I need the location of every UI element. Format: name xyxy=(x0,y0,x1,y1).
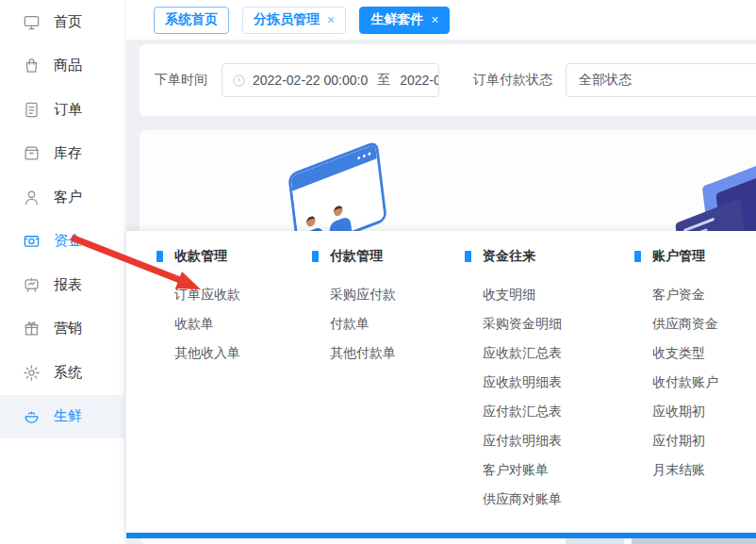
sidebar-item-6[interactable]: 资金 xyxy=(0,220,124,264)
date-range-separator: 至 xyxy=(377,72,390,89)
menu-column-title: 账户管理 xyxy=(652,248,705,265)
sidebar-item-2[interactable]: 商品 xyxy=(0,44,124,89)
sidebar-item-label: 资金 xyxy=(54,232,82,250)
covered-table-header xyxy=(566,538,624,544)
menu-column-2: 付款管理采购应付款付款单其他付款单 xyxy=(312,248,396,368)
menu-item[interactable]: 采购应付款 xyxy=(330,280,396,309)
home-icon xyxy=(23,13,41,31)
menu-item[interactable]: 收支明细 xyxy=(483,280,562,309)
menu-item[interactable]: 应付款明细表 xyxy=(483,426,562,455)
funds-mega-menu: 收款管理订单应收款收款单其他收入单付款管理采购应付款付款单其他付款单资金往来收支… xyxy=(126,231,756,533)
tab-2[interactable]: 分拣员管理× xyxy=(242,7,346,34)
blue-marker-icon xyxy=(312,251,319,262)
app-window: 首页商品订单库存客户资金报表营销系统生鲜 系统首页分拣员管理×生鲜套件× 下单时… xyxy=(0,0,756,544)
menu-item[interactable]: 应收款汇总表 xyxy=(483,338,562,368)
sidebar-item-label: 营销 xyxy=(54,320,82,338)
menu-item[interactable]: 供应商对账单 xyxy=(483,485,562,514)
menu-item[interactable]: 应收款明细表 xyxy=(483,368,562,397)
menu-item[interactable]: 其他收入单 xyxy=(174,338,240,368)
menu-column-4: 账户管理客户资金供应商资金收支类型收付款账户应收期初应付期初月末结账 xyxy=(634,248,718,485)
filter-card: 下单时间 2022-02-22 00:00:0 至 2022-02-22 16:… xyxy=(140,44,756,116)
menu-item[interactable]: 应付款汇总表 xyxy=(483,397,562,426)
menu-item[interactable]: 付款单 xyxy=(330,309,396,338)
sidebar: 首页商品订单库存客户资金报表营销系统生鲜 xyxy=(0,0,125,544)
payment-status-label: 订单付款状态 xyxy=(473,72,552,89)
tab-label: 分拣员管理 xyxy=(254,11,320,28)
menu-item[interactable]: 供应商资金 xyxy=(652,309,718,338)
customers-user-icon xyxy=(23,189,41,206)
menu-column-title: 付款管理 xyxy=(330,248,383,265)
sidebar-item-5[interactable]: 客户 xyxy=(0,175,124,220)
reports-chart-icon xyxy=(23,276,41,294)
sidebar-item-label: 商品 xyxy=(54,57,82,74)
fresh-bowl-icon xyxy=(23,407,41,425)
tab-label: 系统首页 xyxy=(165,11,218,28)
sidebar-item-label: 报表 xyxy=(54,276,82,294)
inventory-box-icon xyxy=(23,144,41,162)
funds-wallet-icon xyxy=(23,232,41,250)
payment-status-select[interactable]: 全部状态 xyxy=(566,63,756,97)
marketing-gift-icon xyxy=(23,320,41,338)
sidebar-item-1[interactable]: 首页 xyxy=(0,0,124,44)
tab-3[interactable]: 生鲜套件× xyxy=(359,7,450,34)
menu-item[interactable]: 采购资金明细 xyxy=(483,309,562,338)
menu-item[interactable]: 应收期初 xyxy=(652,397,718,426)
order-time-label: 下单时间 xyxy=(155,72,207,89)
sidebar-nav: 首页商品订单库存客户资金报表营销系统生鲜 xyxy=(0,0,124,438)
clock-icon xyxy=(232,74,246,88)
goods-bag-icon xyxy=(23,57,41,74)
close-icon[interactable]: × xyxy=(327,13,335,26)
sidebar-item-8[interactable]: 营销 xyxy=(0,307,124,352)
sidebar-item-label: 首页 xyxy=(54,13,82,31)
sidebar-item-label: 订单 xyxy=(54,101,82,119)
payment-status-value: 全部状态 xyxy=(579,72,632,89)
sidebar-item-10[interactable]: 生鲜 xyxy=(0,395,124,439)
orders-doc-icon xyxy=(23,101,41,119)
sidebar-item-label: 客户 xyxy=(54,189,82,206)
sidebar-item-3[interactable]: 订单 xyxy=(0,88,124,132)
sidebar-item-7[interactable]: 报表 xyxy=(0,263,124,307)
menu-column-3: 资金往来收支明细采购资金明细应收款汇总表应收款明细表应付款汇总表应付款明细表客户… xyxy=(465,248,562,514)
sidebar-item-4[interactable]: 库存 xyxy=(0,132,124,176)
menu-item[interactable]: 其他付款单 xyxy=(330,338,396,368)
blue-marker-icon xyxy=(156,251,163,262)
menu-item[interactable]: 客户对账单 xyxy=(483,455,562,485)
sidebar-item-label: 系统 xyxy=(54,364,82,382)
menu-column-header: 账户管理 xyxy=(634,248,718,265)
sidebar-item-label: 生鲜 xyxy=(54,407,82,425)
sidebar-item-label: 库存 xyxy=(54,144,82,162)
tab-bar: 系统首页分拣员管理×生鲜套件× xyxy=(126,0,756,40)
menu-item[interactable]: 订单应收款 xyxy=(174,280,240,309)
menu-column-header: 付款管理 xyxy=(312,248,396,265)
close-icon[interactable]: × xyxy=(431,13,438,26)
sidebar-item-9[interactable]: 系统 xyxy=(0,351,124,395)
menu-column-title: 收款管理 xyxy=(174,248,227,265)
menu-item[interactable]: 客户资金 xyxy=(652,280,718,309)
menu-column-1: 收款管理订单应收款收款单其他收入单 xyxy=(156,248,240,368)
menu-item[interactable]: 收付款账户 xyxy=(652,368,718,397)
tab-label: 生鲜套件 xyxy=(370,11,423,28)
blue-marker-icon xyxy=(465,251,471,262)
order-time-range-picker[interactable]: 2022-02-22 00:00:0 至 2022-02-22 16:07:1 xyxy=(222,63,439,97)
system-gear-icon xyxy=(23,364,41,382)
tab-1[interactable]: 系统首页 xyxy=(154,7,229,34)
menu-item[interactable]: 收款单 xyxy=(174,309,240,338)
menu-item[interactable]: 月末结账 xyxy=(652,455,718,485)
blue-marker-icon xyxy=(634,251,641,262)
main-area: 系统首页分拣员管理×生鲜套件× 下单时间 2022-02-22 00:00:0 … xyxy=(126,0,756,544)
menu-column-header: 资金往来 xyxy=(465,248,562,265)
menu-column-header: 收款管理 xyxy=(156,248,240,265)
date-start-value[interactable]: 2022-02-22 00:00:0 xyxy=(253,73,368,88)
covered-table-header xyxy=(632,538,756,544)
menu-column-title: 资金往来 xyxy=(483,248,535,265)
menu-item[interactable]: 收支类型 xyxy=(652,338,718,368)
menu-item[interactable]: 应付期初 xyxy=(652,426,718,455)
date-end-value[interactable]: 2022-02-22 16:07:1 xyxy=(400,73,439,88)
